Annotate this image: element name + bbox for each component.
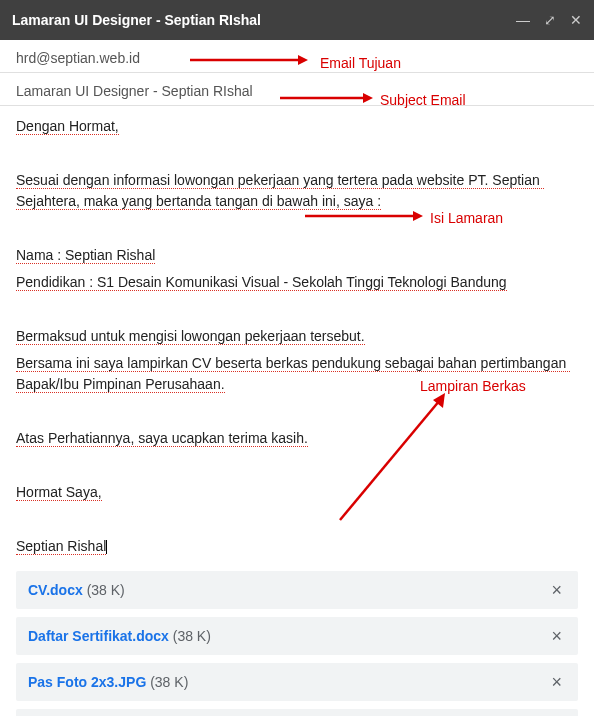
compose-title: Lamaran UI Designer - Septian RIshal	[12, 12, 261, 28]
body-closing: Hormat Saya,	[16, 484, 102, 501]
subject-field[interactable]: Lamaran UI Designer - Septian RIshal	[0, 73, 594, 106]
compose-titlebar: Lamaran UI Designer - Septian RIshal — ⤢…	[0, 0, 594, 40]
remove-attachment-icon[interactable]: ×	[547, 627, 566, 645]
body-edu: Pendidikan : S1 Desain Komunikasi Visual…	[16, 274, 507, 291]
close-icon[interactable]: ✕	[570, 12, 582, 28]
window-controls: — ⤢ ✕	[516, 12, 582, 28]
expand-icon[interactable]: ⤢	[544, 12, 556, 28]
attachment-name[interactable]: Daftar Sertifikat.docx	[28, 628, 169, 644]
attachment-row: SKCK.docx (38 K)×	[16, 709, 578, 716]
body-signature: Septian Rishal	[16, 538, 106, 555]
attachment-name[interactable]: Pas Foto 2x3.JPG	[28, 674, 146, 690]
minimize-icon[interactable]: —	[516, 12, 530, 28]
attachment-size: (38 K)	[150, 674, 188, 690]
attachment-name[interactable]: CV.docx	[28, 582, 83, 598]
body-greeting: Dengan Hormat,	[16, 118, 119, 135]
to-value: hrd@septian.web.id	[16, 50, 140, 66]
email-body[interactable]: Dengan Hormat, Sesuai dengan informasi l…	[0, 106, 594, 571]
remove-attachment-icon[interactable]: ×	[547, 581, 566, 599]
body-name: Nama : Septian Rishal	[16, 247, 155, 264]
body-p1: Sesuai dengan informasi lowongan pekerja…	[16, 172, 544, 210]
subject-value: Lamaran UI Designer - Septian RIshal	[16, 83, 253, 99]
to-field[interactable]: hrd@septian.web.id	[0, 40, 594, 73]
attachment-row: Pas Foto 2x3.JPG (38 K)×	[16, 663, 578, 701]
body-p2a: Bermaksud untuk mengisi lowongan pekerja…	[16, 328, 365, 345]
attachment-row: CV.docx (38 K)×	[16, 571, 578, 609]
body-p3: Atas Perhatiannya, saya ucapkan terima k…	[16, 430, 308, 447]
attachments-list: CV.docx (38 K)×Daftar Sertifikat.docx (3…	[0, 571, 594, 716]
body-p2b: Bersama ini saya lampirkan CV beserta be…	[16, 355, 570, 393]
remove-attachment-icon[interactable]: ×	[547, 673, 566, 691]
attachment-row: Daftar Sertifikat.docx (38 K)×	[16, 617, 578, 655]
attachment-size: (38 K)	[87, 582, 125, 598]
attachment-size: (38 K)	[173, 628, 211, 644]
